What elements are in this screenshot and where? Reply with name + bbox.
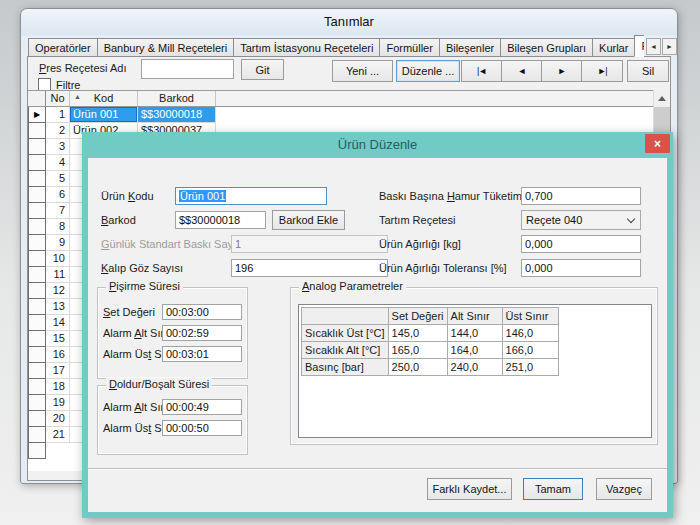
- cell-no[interactable]: 2: [46, 123, 70, 139]
- cell-no[interactable]: 9: [46, 235, 70, 251]
- row-selector-cell[interactable]: [28, 299, 46, 315]
- pisirme-alarm-ust-input[interactable]: [162, 346, 242, 362]
- cell-barkod[interactable]: $$30000018: [138, 107, 216, 123]
- gunluk-baski-input: [231, 235, 388, 253]
- cell-no[interactable]: 11: [46, 267, 70, 283]
- cell-no[interactable]: 15: [46, 331, 70, 347]
- cell-no[interactable]: 12: [46, 283, 70, 299]
- cell-no[interactable]: 14: [46, 315, 70, 331]
- nav-first-button[interactable]: |◄: [462, 61, 502, 81]
- pisirme-alarm-alt-input[interactable]: [162, 325, 242, 341]
- analog-cell[interactable]: 166,0: [502, 342, 558, 359]
- row-selector-cell[interactable]: [28, 411, 46, 427]
- set-degeri-input[interactable]: [162, 304, 242, 320]
- cell-no[interactable]: 20: [46, 411, 70, 427]
- doldur-alarm-alt-input[interactable]: [162, 399, 242, 415]
- cell-no[interactable]: 8: [46, 219, 70, 235]
- cell-no[interactable]: 19: [46, 395, 70, 411]
- tab-2[interactable]: Tartım İstasyonu Reçeteleri: [233, 38, 380, 57]
- row-selector-cell[interactable]: [28, 155, 46, 171]
- tab-3[interactable]: Formüller: [379, 38, 439, 57]
- row-selector-cell[interactable]: [28, 219, 46, 235]
- tartim-recetesi-select[interactable]: Reçete 040: [521, 210, 641, 230]
- barkod-ekle-button[interactable]: Barkod Ekle: [272, 210, 345, 230]
- row-selector-cell[interactable]: [28, 283, 46, 299]
- search-input[interactable]: [141, 59, 234, 79]
- nav-last-button[interactable]: ►|: [582, 61, 622, 81]
- barkod-input[interactable]: [175, 211, 266, 229]
- tab-scroll-right-button[interactable]: ►: [662, 38, 677, 55]
- git-button[interactable]: Git: [241, 59, 284, 80]
- table-row[interactable]: ▶1Ürün 001$$30000018: [28, 107, 653, 123]
- yeni-button[interactable]: Yeni ...: [332, 60, 393, 82]
- sil-button[interactable]: Sil: [627, 60, 669, 82]
- analog-cell[interactable]: 165,0: [388, 342, 447, 359]
- cell-no: [46, 443, 70, 459]
- urun-kodu-input[interactable]: Ürün 001: [175, 187, 327, 205]
- cell-no[interactable]: 17: [46, 363, 70, 379]
- tab-5[interactable]: Bileşen Grupları: [500, 38, 593, 57]
- divider: [88, 468, 667, 470]
- analog-cell[interactable]: 145,0: [388, 325, 447, 342]
- tab-6[interactable]: Kurlar: [592, 38, 635, 57]
- cell-no[interactable]: 21: [46, 427, 70, 443]
- tab-4[interactable]: Bileşenler: [439, 38, 501, 57]
- row-selector-cell[interactable]: [28, 427, 46, 443]
- cell-kod[interactable]: Ürün 001: [70, 107, 138, 123]
- row-selector-cell[interactable]: [28, 379, 46, 395]
- row-selector-cell[interactable]: ▶: [28, 107, 46, 123]
- header-no[interactable]: No: [46, 91, 70, 106]
- analog-cell[interactable]: 144,0: [447, 325, 502, 342]
- row-selector-cell[interactable]: [28, 187, 46, 203]
- analog-cell[interactable]: 240,0: [447, 359, 502, 376]
- row-selector-cell[interactable]: [28, 171, 46, 187]
- cell-no[interactable]: 5: [46, 171, 70, 187]
- farkli-kaydet-button[interactable]: Farklı Kaydet...: [427, 478, 512, 500]
- row-selector-cell[interactable]: [28, 347, 46, 363]
- cell-no[interactable]: 16: [46, 347, 70, 363]
- analog-row: Sıcaklık Alt [°C] 165,0 164,0 166,0: [302, 342, 559, 359]
- tab-1[interactable]: Banbury & Mill Reçeteleri: [97, 38, 235, 57]
- row-selector-cell[interactable]: [28, 395, 46, 411]
- row-selector-cell[interactable]: [28, 203, 46, 219]
- hamur-tuketimi-input[interactable]: [521, 187, 641, 205]
- analog-cell[interactable]: 251,0: [502, 359, 558, 376]
- cell-no[interactable]: 1: [46, 107, 70, 123]
- tab-scroll-left-button[interactable]: ◄: [646, 38, 661, 55]
- tab-7[interactable]: Pres Reçeteleri: [634, 35, 644, 57]
- analog-cell[interactable]: 250,0: [388, 359, 447, 376]
- row-selector-cell[interactable]: [28, 267, 46, 283]
- header-barkod[interactable]: Barkod: [138, 91, 216, 106]
- cell-no[interactable]: 13: [46, 299, 70, 315]
- duzenle-button[interactable]: Düzenle ...: [396, 60, 460, 82]
- nav-next-button[interactable]: ►: [542, 61, 582, 81]
- cell-no[interactable]: 18: [46, 379, 70, 395]
- row-selector-cell[interactable]: [28, 123, 46, 139]
- cell-no[interactable]: 7: [46, 203, 70, 219]
- sort-ascending-icon: ▲: [74, 93, 81, 100]
- kalip-goz-input[interactable]: [231, 259, 388, 277]
- cell-no[interactable]: 6: [46, 187, 70, 203]
- urun-agirligi-input[interactable]: [521, 235, 641, 253]
- row-selector-cell[interactable]: [28, 315, 46, 331]
- row-selector-cell[interactable]: [28, 251, 46, 267]
- tolerans-input[interactable]: [521, 259, 641, 277]
- urun-kodu-selected-text: Ürün 001: [179, 190, 226, 202]
- row-selector-cell[interactable]: [28, 363, 46, 379]
- nav-prev-button[interactable]: ◄: [502, 61, 542, 81]
- cell-no[interactable]: 10: [46, 251, 70, 267]
- row-selector-cell[interactable]: [28, 331, 46, 347]
- tamam-button[interactable]: Tamam: [523, 478, 583, 500]
- analog-cell[interactable]: 164,0: [447, 342, 502, 359]
- row-selector-cell[interactable]: [28, 139, 46, 155]
- tab-0[interactable]: Operatörler: [28, 38, 98, 57]
- doldur-alarm-ust-input[interactable]: [162, 420, 242, 436]
- cell-no[interactable]: 4: [46, 155, 70, 171]
- row-selector-cell[interactable]: [28, 235, 46, 251]
- close-button[interactable]: ×: [645, 134, 670, 153]
- vazgec-button[interactable]: Vazgeç: [596, 478, 652, 500]
- analog-cell[interactable]: 146,0: [502, 325, 558, 342]
- scrollbar-up-icon[interactable]: [654, 90, 670, 106]
- row-selector-cell[interactable]: [28, 443, 46, 459]
- cell-no[interactable]: 3: [46, 139, 70, 155]
